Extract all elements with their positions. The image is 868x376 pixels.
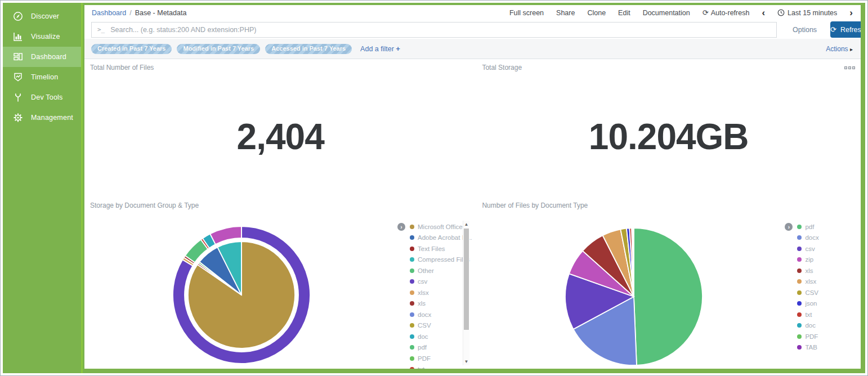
auto-refresh-button[interactable]: ⟳Auto-refresh — [703, 8, 750, 17]
kibana-app-background: Discover Visualize Dashboard Timelion De… — [3, 3, 865, 373]
sidebar-item-label: Visualize — [31, 33, 60, 41]
filter-pill-created[interactable]: Created in Past 7 Years — [91, 44, 172, 54]
legend-label: txt — [805, 311, 812, 318]
panel-options-icon[interactable] — [844, 66, 855, 69]
legend-color-dot — [410, 279, 414, 284]
sidebar-item-timelion[interactable]: Timelion — [3, 67, 81, 87]
panel-title: Storage by Document Group & Type — [90, 202, 199, 209]
add-filter-button[interactable]: Add a filter + — [360, 44, 400, 53]
scroll-up-icon[interactable]: ▲ — [463, 222, 469, 227]
sidebar-item-dev-tools[interactable]: Dev Tools — [3, 87, 81, 108]
legend-label: PDF — [418, 355, 431, 362]
legend-collapse-icon[interactable]: › — [785, 223, 793, 231]
panel-storage-pie: Storage by Document Group & Type › Micro… — [84, 197, 476, 369]
sidebar-item-discover[interactable]: Discover — [3, 6, 81, 26]
legend-item-xlsx[interactable]: xlsx — [797, 276, 818, 288]
storage-pie-chart[interactable] — [171, 225, 312, 365]
legend-color-dot — [797, 312, 802, 317]
search-input[interactable] — [110, 26, 771, 34]
legend-color-dot — [410, 367, 414, 369]
legend-color-dot — [797, 268, 802, 273]
legend-label: TAB — [805, 344, 817, 351]
breadcrumb-dashboard-link[interactable]: Dashboard — [92, 9, 126, 17]
search-box: >_ — [91, 22, 777, 38]
legend-color-dot — [410, 301, 414, 306]
sidebar-item-visualize[interactable]: Visualize — [3, 26, 81, 47]
time-forward-chevron-icon[interactable]: › — [849, 8, 853, 17]
sidebar-item-dashboard[interactable]: Dashboard — [3, 47, 81, 67]
legend-scrollbar[interactable]: ▲ ▼ — [463, 221, 469, 365]
legend-color-dot — [797, 301, 802, 306]
legend-item-zip[interactable]: zip — [797, 254, 818, 266]
main-content: Dashboard / Base - Metadata Full screen … — [84, 5, 861, 369]
legend-item-pdf[interactable]: pdf — [797, 221, 818, 232]
legend-label: doc — [805, 322, 816, 329]
panel-title: Number of Files by Document Type — [482, 202, 588, 209]
full-screen-button[interactable]: Full screen — [509, 9, 544, 17]
legend-color-dot — [410, 356, 414, 361]
legend-collapse-icon[interactable]: › — [397, 223, 405, 231]
legend-color-dot — [797, 334, 802, 339]
legend-label: doc — [418, 333, 428, 340]
legend-label: Microsoft Office ... — [418, 223, 469, 230]
legend-color-dot — [410, 312, 414, 317]
time-range-picker[interactable]: Last 15 minutes — [777, 9, 837, 17]
dashboard-grid: Total Number of Files 2,404 Total Storag… — [84, 59, 861, 369]
clone-button[interactable]: Clone — [587, 9, 606, 17]
legend-color-dot — [797, 225, 802, 229]
documentation-link[interactable]: Documentation — [643, 9, 690, 17]
legend-label: docx — [418, 311, 431, 318]
legend-color-dot — [410, 257, 414, 262]
total-files-metric: 2,404 — [237, 116, 324, 158]
legend-label: docx — [805, 234, 818, 241]
legend-item-json[interactable]: json — [797, 298, 818, 310]
share-button[interactable]: Share — [556, 9, 575, 17]
edit-button[interactable]: Edit — [618, 9, 630, 17]
legend-label: CSV — [418, 322, 431, 329]
legend-item-csv[interactable]: csv — [797, 243, 818, 254]
refresh-button[interactable]: ⟳Refresh — [830, 21, 861, 38]
dashboard-icon — [12, 51, 24, 62]
options-button[interactable]: Options — [793, 26, 817, 34]
files-pie-chart[interactable] — [563, 226, 704, 367]
legend-label: Compressed Files — [418, 256, 470, 263]
filter-actions-button[interactable]: Actions ▸ — [826, 45, 853, 53]
plus-icon: + — [396, 44, 400, 53]
legend-color-dot — [410, 247, 414, 251]
legend-label: CSV — [805, 289, 818, 296]
panel-total-storage: Total Storage 10.204GB — [476, 59, 861, 197]
legend-item-pdf[interactable]: PDF — [797, 331, 818, 342]
legend-label: xls — [805, 267, 813, 274]
scrollbar-thumb[interactable] — [464, 229, 469, 330]
sidebar-item-management[interactable]: Management — [3, 108, 81, 128]
compass-icon — [12, 11, 24, 22]
legend-color-dot — [410, 225, 414, 229]
pie-slice-pdf[interactable] — [634, 228, 703, 365]
legend-label: csv — [805, 245, 815, 252]
legend-label: txt — [418, 366, 424, 369]
scroll-down-icon[interactable]: ▼ — [463, 359, 469, 364]
legend-item-docx[interactable]: docx — [797, 232, 818, 244]
bar-chart-icon — [12, 31, 24, 42]
legend-item-tab[interactable]: TAB — [797, 342, 818, 353]
filter-pill-modified[interactable]: Modified in Past 7 Years — [177, 44, 260, 54]
files-pie-legend: pdfdocxcsvzipxlsxlsxCSVjsontxtdocPDFTAB — [797, 221, 818, 353]
legend-color-dot — [797, 290, 802, 295]
legend-label: xls — [418, 300, 426, 307]
legend-item-csv[interactable]: CSV — [797, 287, 818, 298]
timelion-icon — [12, 71, 24, 83]
sidebar-item-label: Management — [31, 114, 73, 122]
top-navbar: Dashboard / Base - Metadata Full screen … — [84, 5, 861, 20]
panel-title: Total Number of Files — [90, 64, 154, 71]
time-back-chevron-icon[interactable]: ‹ — [762, 8, 765, 17]
legend-label: csv — [418, 278, 427, 285]
wrench-icon — [12, 92, 24, 103]
legend-item-txt[interactable]: txt — [797, 309, 818, 320]
legend-item-xls[interactable]: xls — [797, 265, 818, 276]
total-storage-metric: 10.204GB — [589, 116, 749, 158]
filter-pill-accessed[interactable]: Accessed in Past 7 Years — [265, 44, 352, 54]
legend-color-dot — [797, 345, 802, 350]
pie-slice-tab[interactable] — [634, 228, 634, 297]
legend-color-dot — [797, 257, 802, 262]
legend-item-doc[interactable]: doc — [797, 320, 818, 332]
